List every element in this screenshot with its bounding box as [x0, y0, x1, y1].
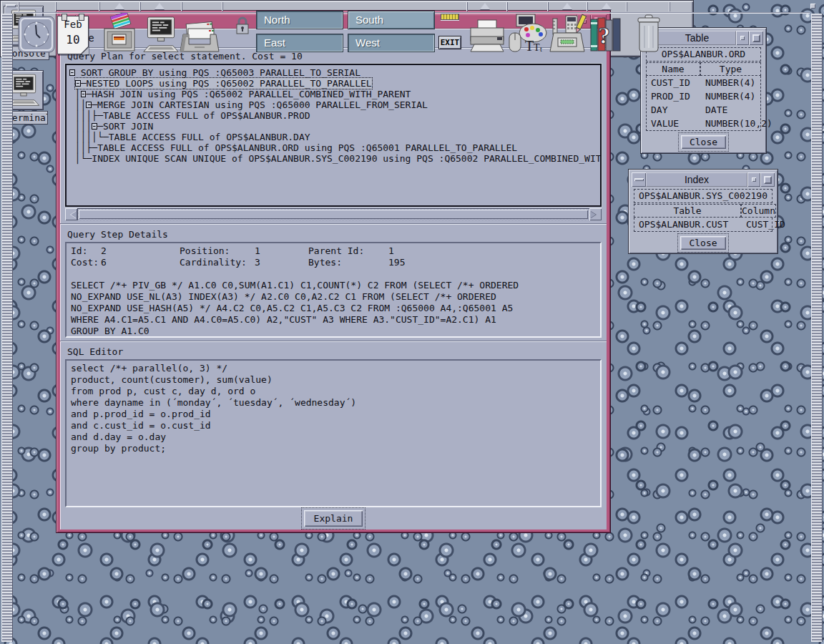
desktop: { "colors": { "accent_pink": "#b4577e", … [0, 0, 824, 644]
table-client-area: OPS$ALANBUR.ORD Name Type CUST_IDNUMBER(… [644, 45, 763, 152]
workspace-button-north[interactable]: North [256, 11, 343, 29]
panel-minimize-button[interactable] [6, 4, 16, 7]
calendar-icon[interactable]: Feb 10 [57, 16, 89, 54]
maximize-button[interactable] [760, 172, 775, 187]
stat-value: 1 [255, 245, 308, 257]
svg-text:T: T [534, 42, 540, 53]
printer-icon[interactable] [466, 19, 506, 53]
close-button[interactable]: Close [681, 135, 726, 149]
maximize-button[interactable] [749, 31, 763, 45]
table-row[interactable]: DAYDATE [647, 103, 760, 117]
workspace-button-east[interactable]: East [256, 34, 343, 52]
style-manager-icon[interactable]: T T t [506, 13, 548, 54]
tree-node[interactable]: ││├─TABLE ACCESS FULL of OPS$ALANBUR.ORD… [69, 142, 597, 153]
scroll-left-arrow-icon[interactable] [65, 208, 77, 220]
scrollbar-thumb[interactable] [79, 210, 588, 219]
column-header: Type [700, 62, 761, 76]
help-subpanel-arrow-icon[interactable] [602, 3, 612, 9]
scroll-right-arrow-icon[interactable] [589, 208, 602, 220]
tree-expand-icon[interactable] [69, 69, 75, 76]
index-window: Index OPS$ALANBUR.SYS_C002190 Table Colu… [628, 169, 778, 254]
stat-label: Parent Id: [308, 245, 388, 257]
explain-window: explain File Query Plan for select state… [56, 10, 611, 533]
help-icon[interactable]: ? [587, 15, 624, 54]
tree-expand-icon[interactable] [86, 102, 92, 108]
printers-subpanel-arrow-icon[interactable] [480, 3, 490, 9]
separator [60, 341, 607, 342]
mail-icon[interactable] [179, 19, 220, 54]
sql-editor-text[interactable]: select /*+ parallel(o, 3) */ product, co… [71, 363, 596, 454]
step-sql-text: SELECT /*+ PIV_GB */ A1.C0 C0,SUM(A1.C1)… [71, 280, 596, 337]
table-row[interactable]: PROD_IDNUMBER(4) [647, 89, 760, 103]
iconify-icon [752, 177, 756, 182]
calendar-day: 10 [58, 32, 88, 48]
window-menu-button[interactable] [632, 172, 646, 187]
table-row[interactable]: VALUENUMBER(10,2) [647, 117, 760, 130]
workspace-button-south[interactable]: South [348, 11, 435, 29]
tree-expand-icon[interactable] [75, 80, 81, 87]
column-header: Name [646, 62, 700, 76]
stat-value: 2 [101, 245, 180, 257]
iconify-button[interactable] [736, 31, 749, 45]
applications-subpanel-arrow-icon[interactable] [562, 3, 572, 9]
horizontal-scrollbar[interactable] [65, 208, 602, 220]
sql-editor-panel[interactable]: select /*+ parallel(o, 3) */ product, co… [65, 359, 602, 507]
editor-section-label: SQL Editor [60, 345, 607, 359]
svg-text:T: T [525, 38, 534, 54]
stat-value: 195 [388, 257, 596, 268]
tree-expand-icon[interactable] [92, 123, 97, 130]
stat-label: Cardinality: [180, 257, 255, 268]
panel-menu-button[interactable] [810, 4, 815, 9]
separator [60, 223, 607, 225]
table-row[interactable]: CUST_IDNUMBER(4) [647, 76, 760, 89]
tree-node[interactable]: │││─SORT JOIN [69, 121, 597, 132]
tree-node[interactable]: │││├─TABLE ACCESS FULL of OPS$ALANBUR.PR… [69, 110, 597, 121]
iconify-icon [740, 36, 745, 40]
tree-expand-icon[interactable] [81, 91, 87, 97]
scrollbar-trough[interactable] [77, 208, 589, 220]
stat-label: Cost: [71, 257, 101, 268]
title-bar[interactable]: Index [632, 172, 775, 187]
index-object-name: OPS$ALANBUR.SYS_C002190 [634, 189, 772, 203]
panel-grip-right[interactable] [811, 14, 823, 642]
stat-label: Position: [180, 245, 255, 257]
panel-grip-left[interactable] [1, 14, 13, 642]
tree-node[interactable]: ─NESTED LOOPS using PQS :Q65002 PARALLEL… [69, 78, 597, 89]
tree-node[interactable]: ││─MERGE JOIN CARTESIAN using PQS :Q6500… [69, 99, 597, 110]
tree-node[interactable]: │─HASH JOIN using PQS :Q65002 PARALLEL_C… [69, 89, 597, 99]
svg-text:t: t [540, 45, 542, 53]
table-column-headers: Name Type [646, 62, 761, 76]
svg-text:?: ? [598, 22, 610, 49]
applications-icon[interactable] [547, 13, 587, 54]
index-column-headers: Table Column [634, 204, 772, 218]
hosts-subpanel-arrow-icon[interactable] [154, 3, 165, 9]
window-title: Index [646, 172, 747, 187]
stat-label: Bytes: [308, 257, 388, 268]
stat-value: 1 [388, 245, 596, 257]
tree-node[interactable]: │└─INDEX UNIQUE SCAN UNIQUE of OPS$ALANB… [69, 153, 597, 164]
terminal-host-icon[interactable] [140, 16, 182, 54]
window-title: Table [658, 31, 736, 45]
file-manager-icon[interactable] [99, 13, 139, 54]
tree-node[interactable]: ││││└─TABLE ACCESS FULL of OPS$ALANBUR.D… [69, 132, 597, 142]
query-plan-tree[interactable]: SORT GROUP BY using PQS :Q65003 PARALLEL… [65, 64, 602, 207]
index-client-area: OPS$ALANBUR.SYS_C002190 Table Column OPS… [632, 187, 775, 253]
close-button[interactable]: Close [680, 236, 725, 250]
files-subpanel-arrow-icon[interactable] [114, 3, 124, 9]
exit-button[interactable]: EXIT [438, 36, 461, 49]
stat-label: Id: [71, 245, 101, 257]
explain-button[interactable]: Explain [304, 510, 363, 527]
clock-icon[interactable] [18, 15, 55, 54]
query-step-details-panel: Id: 2 Position: 1 Parent Id: 1 Cost: 6 C… [65, 242, 602, 338]
lock-icon[interactable] [235, 16, 250, 36]
maximize-icon [752, 34, 760, 42]
table-row[interactable]: OPS$ALANBUR.CUSTCUST_ID [634, 218, 772, 231]
trash-icon[interactable] [633, 14, 664, 54]
column-header: Column [741, 204, 776, 218]
index-rows: OPS$ALANBUR.CUSTCUST_ID [634, 218, 772, 232]
tree-node[interactable]: SORT GROUP BY using PQS :Q65003 PARALLEL… [69, 67, 597, 78]
window-menu-icon [634, 178, 644, 181]
iconify-button[interactable] [747, 172, 760, 187]
calendar-month: Feb [58, 16, 88, 32]
workspace-button-west[interactable]: West [348, 34, 435, 52]
